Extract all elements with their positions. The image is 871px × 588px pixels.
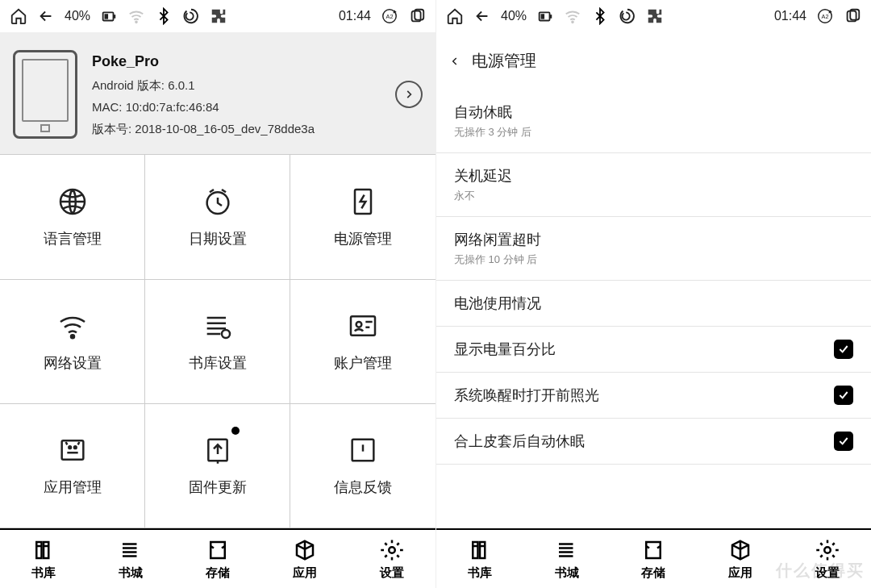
left-screen: 40% 01:44 A2 Poke_Pro Android 版本: 6.0.1 …	[0, 0, 436, 588]
row-battery-usage[interactable]: 电池使用情况	[436, 281, 871, 327]
row-title: 合上皮套后自动休眠	[454, 432, 585, 451]
nav-apps-label: 应用	[293, 565, 317, 581]
nav-apps[interactable]: 应用	[697, 530, 784, 588]
bottom-nav: 书库 书城 存储 应用 设置	[0, 528, 436, 588]
checkbox-checked-icon[interactable]	[834, 340, 853, 359]
grid-library-label: 书库设置	[189, 353, 247, 373]
grid-firmware[interactable]: 固件更新	[145, 404, 290, 528]
android-version: Android 版本: 6.0.1	[92, 74, 381, 96]
bookstore-icon	[119, 538, 143, 562]
spiral-icon	[619, 7, 636, 25]
bluetooth-icon	[155, 7, 173, 25]
wifi-settings-icon	[56, 310, 89, 342]
refresh-mode-icon[interactable]: A2	[381, 7, 398, 25]
grid-app-mgmt[interactable]: 应用管理	[0, 404, 145, 528]
nav-settings-label: 设置	[815, 565, 840, 581]
svg-rect-20	[36, 542, 41, 558]
device-info-card[interactable]: Poke_Pro Android 版本: 6.0.1 MAC: 10:d0:7a…	[0, 32, 436, 154]
library-icon	[468, 538, 492, 562]
multitask-icon[interactable]	[844, 7, 861, 25]
grid-language[interactable]: 语言管理	[0, 155, 145, 279]
account-icon	[347, 310, 379, 342]
update-icon	[202, 434, 234, 466]
settings-grid: 语言管理 日期设置 电源管理 网络设置 书库设置 账户管理 应用管理	[0, 154, 436, 528]
row-title: 电池使用情况	[454, 294, 541, 313]
nav-storage[interactable]: 存储	[611, 530, 698, 588]
svg-rect-24	[550, 15, 552, 19]
checkbox-checked-icon[interactable]	[834, 386, 853, 405]
nav-library[interactable]: 书库	[0, 530, 87, 588]
chevron-right-icon[interactable]	[395, 81, 423, 108]
row-wake-light[interactable]: 系统唤醒时打开前照光	[436, 373, 871, 419]
page-title: 电源管理	[472, 50, 536, 72]
svg-rect-15	[61, 441, 83, 460]
nav-settings[interactable]: 设置	[348, 530, 436, 588]
build-version: 版本号: 2018-10-08_16-05_dev_78dde3a	[92, 118, 381, 140]
status-bar: 40% 01:44 A2	[0, 0, 436, 32]
back-icon[interactable]	[37, 7, 55, 25]
svg-point-16	[69, 447, 71, 449]
row-net-idle[interactable]: 网络闲置超时 无操作 10 分钟 后	[436, 217, 871, 281]
row-title: 系统唤醒时打开前照光	[454, 386, 599, 405]
nav-bookstore[interactable]: 书城	[87, 530, 174, 588]
row-title: 显示电量百分比	[454, 340, 556, 359]
nav-bookstore-label: 书城	[555, 565, 579, 581]
grid-library-settings[interactable]: 书库设置	[145, 280, 290, 404]
grid-power[interactable]: 电源管理	[290, 155, 436, 279]
chevron-left-icon	[449, 53, 461, 69]
refresh-mode-icon[interactable]: A2	[816, 7, 834, 25]
battery-icon	[536, 7, 554, 25]
grid-language-label: 语言管理	[44, 229, 102, 248]
apps-icon	[728, 538, 752, 562]
nav-library[interactable]: 书库	[436, 530, 523, 588]
power-list: 自动休眠 无操作 3 分钟 后 关机延迟 永不 网络闲置超时 无操作 10 分钟…	[436, 90, 871, 465]
svg-text:A2: A2	[822, 13, 829, 20]
nav-settings[interactable]: 设置	[784, 530, 871, 588]
storage-icon	[206, 538, 230, 562]
spiral-icon	[182, 7, 200, 25]
svg-rect-32	[480, 542, 485, 558]
home-icon[interactable]	[10, 7, 27, 25]
bottom-nav-right: 书库 书城 存储 应用 设置	[436, 528, 871, 588]
grid-date-label: 日期设置	[189, 229, 247, 248]
multitask-icon[interactable]	[408, 7, 426, 25]
page-header[interactable]: 电源管理	[436, 32, 871, 90]
settings-icon	[380, 538, 404, 562]
home-icon[interactable]	[446, 7, 464, 25]
book-gear-icon	[202, 310, 234, 342]
grid-app-label: 应用管理	[44, 477, 102, 497]
grid-date[interactable]: 日期设置	[145, 155, 290, 279]
back-icon[interactable]	[473, 7, 491, 25]
device-name: Poke_Pro	[92, 48, 381, 74]
power-icon	[347, 186, 379, 218]
row-shutdown-delay[interactable]: 关机延迟 永不	[436, 153, 871, 217]
clock-time: 01:44	[339, 9, 371, 23]
grid-account[interactable]: 账户管理	[290, 280, 436, 404]
device-image	[13, 50, 77, 139]
grid-feedback[interactable]: 信息反馈	[290, 404, 436, 528]
nav-library-label: 书库	[31, 565, 56, 581]
row-auto-sleep[interactable]: 自动休眠 无操作 3 分钟 后	[436, 90, 871, 153]
grid-network-label: 网络设置	[44, 353, 102, 373]
nav-bookstore[interactable]: 书城	[523, 530, 611, 588]
battery-icon	[100, 7, 118, 25]
svg-rect-2	[105, 14, 109, 19]
nav-storage-label: 存储	[641, 565, 665, 581]
row-title: 关机延迟	[454, 166, 512, 186]
nav-storage[interactable]: 存储	[174, 530, 261, 588]
grid-firmware-label: 固件更新	[189, 477, 247, 497]
checkbox-checked-icon[interactable]	[834, 432, 853, 451]
row-cover-sleep[interactable]: 合上皮套后自动休眠	[436, 419, 871, 465]
row-show-percent[interactable]: 显示电量百分比	[436, 327, 871, 373]
svg-rect-21	[44, 542, 48, 558]
row-subtitle: 永不	[454, 189, 512, 203]
nav-apps[interactable]: 应用	[261, 530, 348, 588]
mac-address: MAC: 10:d0:7a:fc:46:84	[92, 96, 381, 118]
svg-point-33	[824, 547, 831, 553]
row-title: 网络闲置超时	[454, 230, 541, 249]
grid-network[interactable]: 网络设置	[0, 280, 145, 404]
bluetooth-icon	[591, 7, 609, 25]
puzzle-icon	[646, 7, 664, 25]
nav-settings-label: 设置	[380, 565, 404, 581]
storage-icon	[641, 538, 665, 562]
